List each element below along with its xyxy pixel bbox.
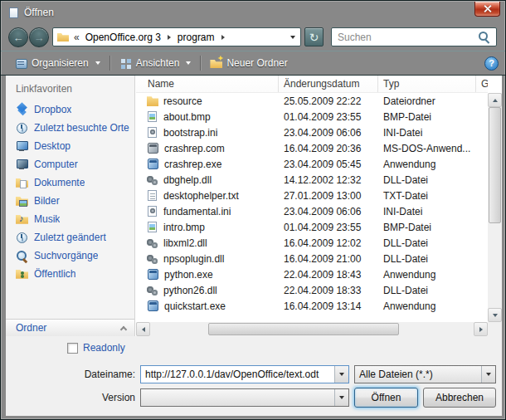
- sidebar-item[interactable]: Dokumente: [6, 173, 134, 192]
- file-row[interactable]: npsoplugin.dll 16.04.2009 21:00 DLL-Date…: [136, 251, 488, 266]
- file-date: 23.04.2009 06:06: [279, 127, 378, 139]
- sidebar-item[interactable]: Zuletzt besuchte Orte: [6, 119, 134, 137]
- file-row[interactable]: dbghelp.dll 14.12.2002 12:32 DLL-Datei: [136, 172, 488, 188]
- sidebar-item[interactable]: Desktop: [6, 137, 134, 155]
- breadcrumb-item-program[interactable]: program: [175, 32, 217, 43]
- file-icon: [148, 269, 158, 280]
- chevron-down-icon: [186, 61, 191, 65]
- scroll-down-button[interactable]: [488, 308, 502, 322]
- version-dropdown-button[interactable]: [334, 389, 348, 406]
- views-button[interactable]: Ansichten: [112, 54, 199, 72]
- scrollbar-corner: [488, 322, 502, 336]
- help-button[interactable]: ?: [484, 56, 499, 71]
- breadcrumb-item-openoffice[interactable]: OpenOffice.org 3: [83, 32, 163, 43]
- filename-value[interactable]: http://127.0.0.1/dav/OpenOffice/text.odt: [141, 369, 334, 380]
- filename-dropdown-button[interactable]: [334, 366, 348, 383]
- file-type: DLL-Datei: [378, 285, 476, 296]
- refresh-button[interactable]: ↻: [304, 27, 324, 46]
- organize-button[interactable]: Organisieren: [7, 54, 108, 72]
- toolbar-separator: [109, 56, 110, 71]
- sidebar-item[interactable]: Musik: [6, 210, 134, 228]
- search-box: [331, 27, 497, 46]
- file-row[interactable]: quickstart.exe 16.04.2009 13:14 Anwendun…: [136, 298, 488, 314]
- file-row[interactable]: bootstrap.ini 23.04.2009 06:06 INI-Datei: [136, 125, 488, 140]
- file-name-cell: quickstart.exe: [136, 300, 279, 312]
- file-row[interactable]: crashrep.exe 23.04.2009 05:45 Anwendung: [136, 156, 488, 172]
- column-header-size[interactable]: G: [476, 76, 488, 92]
- scroll-left-button[interactable]: [136, 322, 150, 336]
- search-input[interactable]: [338, 32, 479, 43]
- column-header-date[interactable]: Änderungsdatum: [279, 76, 378, 92]
- arrow-right-icon: [479, 327, 483, 332]
- file-name: python.exe: [164, 269, 213, 281]
- command-toolbar: Organisieren Ansichten Neuer Ordner ?: [1, 51, 505, 76]
- sidebar-item[interactable]: Suchvorgänge: [6, 247, 134, 265]
- file-date: 16.04.2009 21:00: [279, 253, 378, 265]
- column-headers: Name Änderungsdatum Typ G: [136, 76, 488, 93]
- horizontal-scrollbar[interactable]: [136, 322, 488, 336]
- file-row[interactable]: crashrep.com 16.04.2009 20:36 MS-DOS-Anw…: [136, 140, 488, 156]
- vertical-scroll-thumb[interactable]: [489, 107, 501, 223]
- version-combobox[interactable]: [140, 388, 349, 407]
- file-name-cell: crashrep.exe: [136, 159, 279, 170]
- file-type: MS-DOS-Anwend...: [378, 143, 476, 154]
- file-name: quickstart.exe: [164, 300, 226, 312]
- file-row[interactable]: resource 25.05.2009 22:22 Dateiordner: [136, 93, 488, 109]
- file-date: 16.04.2009 12:02: [279, 237, 378, 249]
- file-row[interactable]: libxml2.dll 16.04.2009 12:02 DLL-Datei: [136, 235, 488, 251]
- file-row[interactable]: python26.dll 22.04.2009 18:33 DLL-Datei: [136, 282, 488, 298]
- sidebar-item[interactable]: Bilder: [6, 192, 134, 210]
- search-icon[interactable]: [479, 32, 490, 43]
- vertical-scrollbar[interactable]: [488, 93, 502, 322]
- open-button[interactable]: Öffnen: [354, 388, 418, 408]
- titlebar[interactable]: Öffnen: [1, 1, 505, 24]
- chevron-right-icon[interactable]: [221, 35, 225, 40]
- toolbar-separator: [200, 56, 201, 71]
- folder-icon: [57, 32, 69, 42]
- file-name-cell: python.exe: [136, 269, 279, 281]
- sidebar-item-icon: [16, 195, 28, 208]
- file-name-cell: fundamental.ini: [136, 206, 279, 217]
- column-header-type[interactable]: Typ: [378, 76, 476, 92]
- cancel-button[interactable]: Abbrechen: [423, 388, 496, 408]
- file-name: crashrep.exe: [164, 159, 221, 170]
- new-folder-button[interactable]: Neuer Ordner: [202, 54, 294, 72]
- filetype-value: Alle Dateien (*.*): [355, 369, 481, 380]
- file-date: 16.04.2009 13:14: [279, 300, 378, 312]
- file-icon: [147, 174, 158, 186]
- file-name-cell: npsoplugin.dll: [136, 253, 279, 265]
- scroll-right-button[interactable]: [474, 322, 488, 336]
- filetype-combobox[interactable]: Alle Dateien (*.*): [354, 365, 496, 383]
- file-row[interactable]: intro.bmp 01.04.2009 23:55 BMP-Datei: [136, 219, 488, 235]
- breadcrumb-dropdown-button[interactable]: [285, 36, 300, 39]
- scroll-up-button[interactable]: [488, 93, 502, 107]
- filetype-dropdown-button[interactable]: [481, 366, 495, 383]
- back-button[interactable]: ←: [8, 27, 28, 47]
- file-row[interactable]: desktophelper.txt 27.01.2009 13:00 TXT-D…: [136, 188, 488, 203]
- forward-button[interactable]: →: [29, 27, 49, 47]
- file-date: 01.04.2009 23:55: [279, 111, 378, 123]
- file-row[interactable]: about.bmp 01.04.2009 23:55 BMP-Datei: [136, 109, 488, 125]
- column-header-name[interactable]: Name: [136, 76, 279, 92]
- arrow-left-icon: [142, 327, 145, 332]
- file-row[interactable]: fundamental.ini 23.04.2009 06:06 INI-Dat…: [136, 203, 488, 219]
- file-row[interactable]: python.exe 22.04.2009 18:43 Anwendung: [136, 266, 488, 282]
- sidebar-item-icon: [16, 159, 28, 171]
- sidebar-item-label: Dropbox: [34, 104, 71, 115]
- folders-toggle[interactable]: Ordner: [6, 319, 134, 336]
- sidebar-item[interactable]: Zuletzt geändert: [6, 228, 134, 247]
- readonly-checkbox[interactable]: [67, 343, 78, 354]
- favorites-header: Linkfavoriten: [6, 76, 134, 100]
- filename-combobox[interactable]: http://127.0.0.1/dav/OpenOffice/text.odt: [140, 365, 349, 383]
- sidebar-item[interactable]: Dropbox: [6, 100, 134, 119]
- file-name: dbghelp.dll: [163, 174, 212, 186]
- sidebar-item-label: Desktop: [34, 140, 71, 152]
- horizontal-scroll-thumb[interactable]: [208, 323, 399, 335]
- breadcrumb-overflow[interactable]: «: [69, 32, 83, 43]
- file-name: libxml2.dll: [163, 237, 207, 249]
- views-label: Ansichten: [136, 57, 180, 69]
- sidebar-item[interactable]: Öffentlich: [6, 265, 134, 283]
- close-button[interactable]: [474, 2, 500, 17]
- chevron-right-icon[interactable]: [168, 35, 171, 40]
- sidebar-item[interactable]: Computer: [6, 155, 134, 173]
